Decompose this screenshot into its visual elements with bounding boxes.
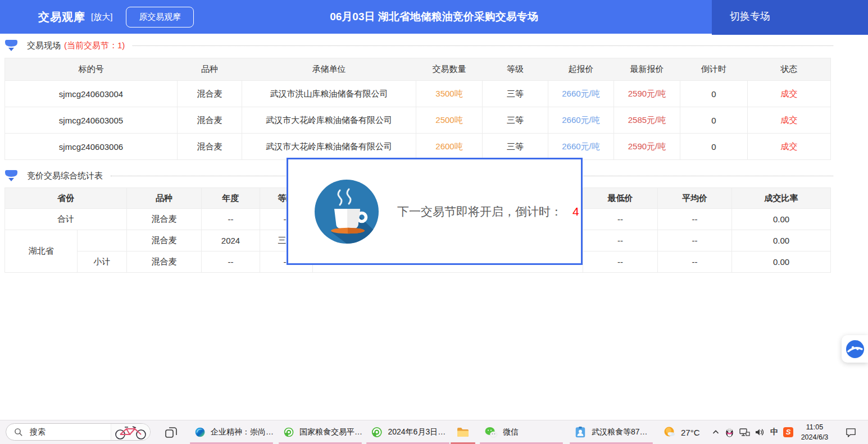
table-header-row: 标的号 品种 承储单位 交易数量 等级 起报价 最新报价 倒计时 状态 <box>5 58 831 81</box>
cell-deal-ratio: 0.00 <box>732 230 831 251</box>
edge-browser-icon <box>194 426 206 438</box>
ime-language-indicator[interactable]: 中 <box>769 427 779 437</box>
taskbar-clock[interactable]: 11:05 2024/6/3 <box>792 420 837 444</box>
cell-min-price: -- <box>583 251 658 273</box>
app-title: 交易观摩 <box>38 10 85 25</box>
task-view-icon[interactable] <box>164 425 178 440</box>
original-view-button[interactable]: 原交易观摩 <box>126 7 194 28</box>
taskbar-search-box[interactable]: 搜索 <box>6 423 151 441</box>
cell-depot: 武汉市大花岭库粮油储备有限公司 <box>242 134 416 160</box>
side-assistant-button[interactable] <box>842 335 868 363</box>
sun-cloud-icon <box>663 425 676 439</box>
temperature-label: 27°C <box>681 428 700 437</box>
notification-center-icon[interactable] <box>845 427 857 438</box>
column-header-avg-price: 平均价 <box>658 188 732 209</box>
volume-icon[interactable] <box>754 427 765 438</box>
cell-variety: 混合麦 <box>178 107 242 134</box>
cell-depot: 武汉市洪山库粮油储备有限公司 <box>242 81 416 107</box>
live-section-header: 交易现场 (当前交易节：1) <box>0 35 868 56</box>
cell-grade: 三等 <box>483 81 548 107</box>
cell-avg-price: -- <box>658 209 732 230</box>
stats-section-title: 竞价交易综合统计表 <box>27 171 103 181</box>
cell-start-price: 2660元/吨 <box>548 81 614 107</box>
wechat-icon <box>484 426 498 438</box>
taskbar-app-label: 微信 <box>503 427 519 437</box>
cell-qty: 2600吨 <box>416 134 483 160</box>
live-trading-table: 标的号 品种 承储单位 交易数量 等级 起报价 最新报价 倒计时 状态 sjmc… <box>4 58 831 160</box>
taskbar-app-edge[interactable]: 企业精神：崇尚执... <box>189 420 274 444</box>
cell-latest-price: 2590元/吨 <box>614 81 680 107</box>
brand-area: 交易观摩 [放大] 原交易观摩 <box>38 0 194 34</box>
cell-lot: sjmcg240603006 <box>5 134 178 160</box>
column-header-start-price: 起报价 <box>548 58 614 81</box>
cell-year: 2024 <box>202 230 260 251</box>
cell-countdown: 0 <box>680 134 748 160</box>
cell-status: 成交 <box>748 81 831 107</box>
table-row: sjmcg240603004 混合麦 武汉市洪山库粮油储备有限公司 3500吨 … <box>5 81 831 107</box>
taskbar-app-wechat[interactable]: 微信 <box>479 420 564 444</box>
cell-variety: 混合麦 <box>178 81 242 107</box>
cell-qty: 2500吨 <box>416 107 483 134</box>
taskbar-weather-widget[interactable]: 27°C <box>663 420 700 444</box>
cell-start-price: 2660元/吨 <box>548 134 614 160</box>
chevron-up-icon[interactable] <box>711 428 720 437</box>
search-icon <box>14 428 23 437</box>
cell-status: 成交 <box>748 134 831 160</box>
cell-deal-ratio: 0.00 <box>732 251 831 273</box>
switch-venue-label: 切换专场 <box>730 11 770 22</box>
cell-min-price: -- <box>583 209 658 230</box>
taskbar-app-grain-platform[interactable]: 国家粮食交易平台... <box>278 420 363 444</box>
dotted-divider <box>133 45 833 46</box>
cell-qty: 3500吨 <box>416 81 483 107</box>
enlarge-link[interactable]: [放大] <box>91 12 112 22</box>
column-header-min-price: 最低价 <box>583 188 658 209</box>
cell-variety: 混合麦 <box>178 134 242 160</box>
taskbar-app-contacts-document[interactable]: 武汉粮食等87个... <box>569 420 654 444</box>
cell-year: -- <box>202 251 260 273</box>
column-header-grade: 等级 <box>483 58 548 81</box>
column-header-year: 年度 <box>202 188 260 209</box>
taskbar-app-trading-page[interactable]: 2024年6月3日地... <box>365 420 451 444</box>
cell-status: 成交 <box>748 107 831 134</box>
cell-variety: 混合麦 <box>127 209 202 230</box>
cell-province: 合计 <box>5 209 127 230</box>
contacts-icon <box>574 426 587 438</box>
next-session-countdown-dialog: 下一交易节即将开启，倒计时： 4 <box>287 158 583 265</box>
cell-deal-ratio: 0.00 <box>732 209 831 230</box>
network-icon[interactable] <box>739 427 750 438</box>
section-badge-icon <box>4 170 18 182</box>
cell-countdown: 0 <box>680 81 748 107</box>
cell-variety: 混合麦 <box>127 251 202 273</box>
green-browser-icon <box>371 426 383 438</box>
column-header-qty: 交易数量 <box>416 58 483 81</box>
countdown-message: 下一交易节即将开启，倒计时： <box>397 204 562 219</box>
cell-avg-price: -- <box>658 251 732 273</box>
column-header-latest-price: 最新报价 <box>614 58 680 81</box>
column-header-province: 省份 <box>5 188 127 209</box>
taskbar-app-file-explorer[interactable] <box>449 420 476 444</box>
cell-countdown: 0 <box>680 107 748 134</box>
column-header-lot: 标的号 <box>5 58 178 81</box>
cell-min-price: -- <box>583 230 658 251</box>
taskbar-app-label: 武汉粮食等87个... <box>592 427 654 437</box>
coffee-cup-icon <box>313 178 380 245</box>
taskbar-app-label: 国家粮食交易平台... <box>299 427 363 437</box>
cell-grade: 三等 <box>483 107 548 134</box>
taskbar-app-label: 2024年6月3日地... <box>388 427 451 437</box>
clock-date: 2024/6/3 <box>801 432 829 442</box>
column-header-countdown: 倒计时 <box>680 58 748 81</box>
cell-depot: 武汉市大花岭库粮油储备有限公司 <box>242 107 416 134</box>
cell-lot: sjmcg240603004 <box>5 81 178 107</box>
green-browser-icon <box>283 426 294 438</box>
cell-province: 湖北省 <box>5 230 78 273</box>
current-session-note: (当前交易节：1) <box>64 40 125 51</box>
cell-year: -- <box>202 209 260 230</box>
qq-icon[interactable] <box>724 427 735 438</box>
column-header-depot: 承储单位 <box>242 58 416 81</box>
windows-taskbar: 搜索 企业精神：崇尚执... 国家粮食交易平台 <box>0 420 868 444</box>
cell-latest-price: 2585元/吨 <box>614 107 680 134</box>
switch-venue-button[interactable]: 切换专场 <box>712 0 868 35</box>
search-highlight-image[interactable] <box>111 424 150 440</box>
table-row: sjmcg240603006 混合麦 武汉市大花岭库粮油储备有限公司 2600吨… <box>5 134 831 160</box>
column-header-deal-ratio: 成交比率 <box>732 188 831 209</box>
